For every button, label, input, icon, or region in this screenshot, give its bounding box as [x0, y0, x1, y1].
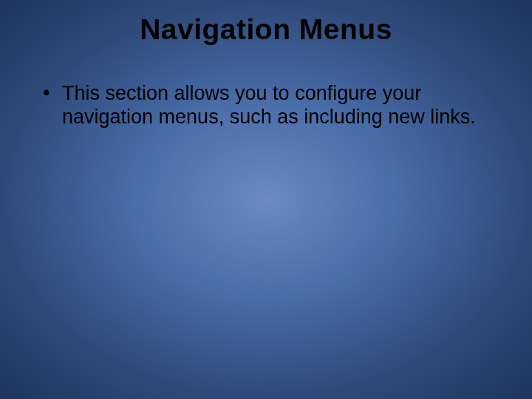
bullet-list: This section allows you to configure you…	[43, 81, 502, 129]
slide-container: Navigation Menus This section allows you…	[0, 0, 532, 399]
bullet-item: This section allows you to configure you…	[43, 81, 502, 129]
slide-title: Navigation Menus	[30, 13, 502, 46]
slide-content: This section allows you to configure you…	[30, 81, 502, 129]
